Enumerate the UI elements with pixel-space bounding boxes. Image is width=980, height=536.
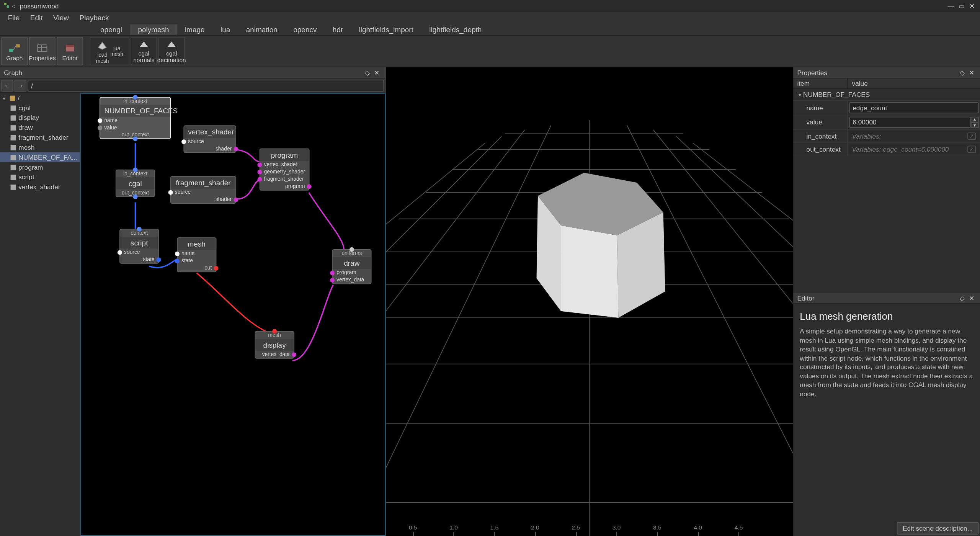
normals-icon <box>137 39 150 50</box>
tree-item-fragment-shader[interactable]: fragment_shader <box>0 132 80 142</box>
ribbon: Graph Properties Editor load mesh lua me… <box>0 36 980 67</box>
properties-body: NUMBER_OF_FACES name value ▲▼ in_context… <box>793 89 980 293</box>
graph-path[interactable]: / <box>28 80 384 92</box>
tab-image[interactable]: image <box>177 24 212 35</box>
editor-panel-header: Editor ◇ ✕ <box>793 293 980 304</box>
menubar: File Edit View Playback <box>0 12 980 24</box>
tree-item-cgal[interactable]: cgal <box>0 103 80 113</box>
svg-line-4 <box>13 46 16 50</box>
editor-icon <box>63 41 76 54</box>
tree-item-draw[interactable]: draw <box>0 123 80 132</box>
editor-title: Editor <box>797 294 814 302</box>
tree-item-vertex-shader[interactable]: vertex_shader <box>0 182 80 192</box>
nav-forward-button[interactable]: → <box>15 80 26 92</box>
node-vertex-shader[interactable]: vertex_shader source shader <box>183 125 236 153</box>
properties-tool[interactable]: Properties <box>29 37 56 65</box>
editor-text: A simple setup demonstrating a way to ge… <box>800 327 973 398</box>
edit-description-button[interactable]: Edit scene description... <box>897 522 978 535</box>
svg-marker-32 <box>561 226 618 318</box>
editor-heading: Lua mesh generation <box>800 310 973 322</box>
menu-playback[interactable]: Playback <box>74 14 114 22</box>
tree-item-number-of-faces[interactable]: NUMBER_OF_FA... <box>0 152 80 162</box>
tab-hdr[interactable]: hdr <box>325 24 351 35</box>
svg-line-23 <box>627 125 793 536</box>
nav-back-button[interactable]: ← <box>1 80 13 92</box>
properties-title: Properties <box>797 69 827 76</box>
menu-edit[interactable]: Edit <box>25 14 48 22</box>
graph-icon <box>8 41 21 54</box>
maximize-button[interactable]: ▭ <box>956 2 967 10</box>
minimize-button[interactable]: — <box>946 2 956 10</box>
close-panel-icon[interactable]: ✕ <box>372 69 381 76</box>
timeline-ruler[interactable]: 0.5 1.0 1.5 2.0 2.5 3.0 3.5 4.0 4.5 <box>386 523 793 536</box>
expand-icon[interactable]: ↗ <box>967 132 976 140</box>
close-panel-icon[interactable]: ✕ <box>967 294 976 302</box>
tree-item-display[interactable]: display <box>0 113 80 123</box>
properties-icon <box>36 41 49 54</box>
tree-item-program[interactable]: program <box>0 162 80 172</box>
detach-icon[interactable]: ◇ <box>363 69 372 76</box>
cgal-decimation-tool[interactable]: cgal decimation <box>158 37 185 65</box>
node-icon <box>11 155 16 160</box>
prop-group[interactable]: NUMBER_OF_FACES <box>793 89 980 101</box>
node-icon <box>11 115 16 120</box>
detach-icon[interactable]: ◇ <box>957 69 967 76</box>
node-program[interactable]: program vertex_shader geometry_shader fr… <box>259 148 309 190</box>
tree-item-script[interactable]: script <box>0 172 80 182</box>
value-input[interactable] <box>849 117 971 128</box>
graph-tool[interactable]: Graph <box>1 37 28 65</box>
node-number-of-faces[interactable]: in_context NUMBER_OF_FACES name value ou… <box>100 97 171 139</box>
node-icon <box>11 184 16 190</box>
tab-animation[interactable]: animation <box>238 24 286 35</box>
svg-line-27 <box>676 136 793 318</box>
app-icon <box>3 1 11 10</box>
svg-line-25 <box>653 130 793 397</box>
load-mesh-tool[interactable]: load mesh lua mesh <box>90 37 129 65</box>
tree-root[interactable]: / <box>0 93 80 103</box>
graph-canvas[interactable]: in_context NUMBER_OF_FACES name value ou… <box>80 93 385 536</box>
prop-row-value: value ▲▼ <box>793 115 980 130</box>
folder-icon <box>10 95 15 101</box>
detach-icon[interactable]: ◇ <box>957 294 967 302</box>
node-display[interactable]: mesh display vertex_data <box>255 331 294 358</box>
mesh-icon <box>96 39 109 52</box>
menu-file[interactable]: File <box>3 14 25 22</box>
titlebar: ○ possumwood — ▭ ✕ <box>0 0 980 12</box>
node-cgal[interactable]: in_context cgal out_context <box>116 170 155 197</box>
graph-toolbar: ← → / <box>0 78 385 93</box>
editor-tool[interactable]: Editor <box>57 37 83 65</box>
svg-rect-9 <box>66 44 74 46</box>
menu-view[interactable]: View <box>48 14 74 22</box>
tab-polymesh[interactable]: polymesh <box>130 24 177 35</box>
node-fragment-shader[interactable]: fragment_shader source shader <box>170 176 236 204</box>
node-icon <box>11 174 16 180</box>
cgal-normals-tool[interactable]: cgal normals <box>131 37 157 65</box>
tab-lightfields-depth[interactable]: lightfields_depth <box>421 24 490 35</box>
svg-line-24 <box>386 130 524 397</box>
tab-lua[interactable]: lua <box>212 24 238 35</box>
tab-opencv[interactable]: opencv <box>286 24 325 35</box>
node-icon <box>11 145 16 150</box>
viewport-3d[interactable]: 0.5 1.0 1.5 2.0 2.5 3.0 3.5 4.0 4.5 <box>386 67 793 536</box>
spin-up-icon[interactable]: ▲ <box>971 117 979 123</box>
spin-down-icon[interactable]: ▼ <box>971 122 979 128</box>
node-draw[interactable]: uniforms draw program vertex_data <box>332 249 371 284</box>
prop-row-name: name <box>793 101 980 115</box>
close-panel-icon[interactable]: ✕ <box>967 69 976 76</box>
tree-item-mesh[interactable]: mesh <box>0 142 80 152</box>
expand-icon[interactable]: ↗ <box>967 146 976 153</box>
node-script[interactable]: context script source state <box>119 229 159 264</box>
tab-opengl[interactable]: opengl <box>92 24 130 35</box>
svg-line-28 <box>386 143 485 278</box>
editor-body: Lua mesh generation A simple setup demon… <box>793 304 980 521</box>
decimation-icon <box>165 39 178 50</box>
name-input[interactable] <box>849 102 979 113</box>
graph-panel-title: Graph <box>4 69 22 76</box>
svg-line-22 <box>386 125 551 536</box>
window-title: possumwood <box>20 2 59 10</box>
tab-lightfields-import[interactable]: lightfields_import <box>351 24 421 35</box>
svg-rect-5 <box>38 44 47 51</box>
tabbar: opengl polymesh image lua animation open… <box>0 24 980 36</box>
node-mesh[interactable]: mesh name state out <box>177 237 216 272</box>
close-button[interactable]: ✕ <box>967 2 978 10</box>
